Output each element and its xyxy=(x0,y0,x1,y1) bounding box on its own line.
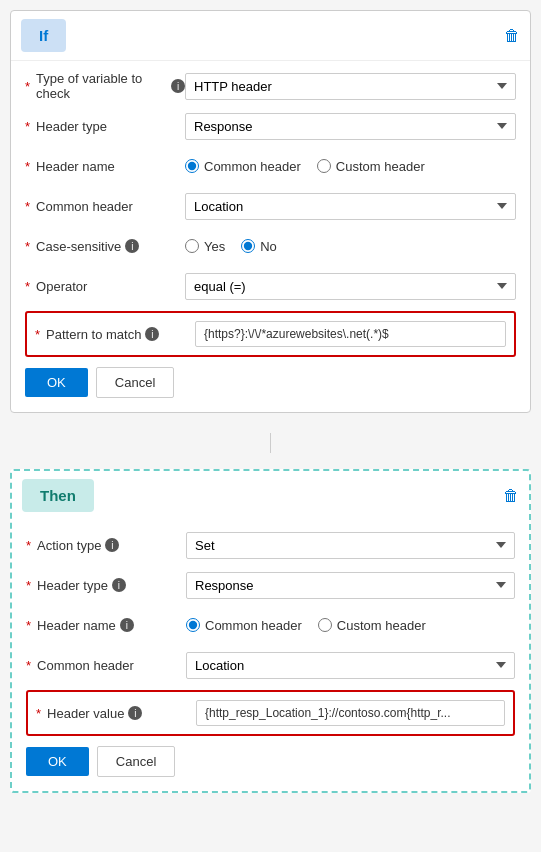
common-header-label-text: Common header xyxy=(36,199,133,214)
header-type-then-label-text: Header type xyxy=(37,578,108,593)
required-star-t1: * xyxy=(26,538,31,553)
header-type-label-text: Header type xyxy=(36,119,107,134)
action-type-control: Set Delete Append xyxy=(186,532,515,559)
case-sensitive-no-label[interactable]: No xyxy=(241,239,277,254)
common-header-control: Location Content-Type Cache-Control xyxy=(185,193,516,220)
if-ok-button[interactable]: OK xyxy=(25,368,88,397)
operator-control: equal (=) contains starts with ends with xyxy=(185,273,516,300)
case-sensitive-yes-radio[interactable] xyxy=(185,239,199,253)
then-btn-row: OK Cancel xyxy=(26,746,515,781)
common-header-radio[interactable] xyxy=(185,159,199,173)
case-sensitive-radio-group: Yes No xyxy=(185,239,516,254)
if-cancel-button[interactable]: Cancel xyxy=(96,367,174,398)
then-ok-button[interactable]: OK xyxy=(26,747,89,776)
operator-row: * Operator equal (=) contains starts wit… xyxy=(25,271,516,301)
header-value-row: * Header value i xyxy=(26,690,515,736)
common-header-radio-text: Common header xyxy=(204,159,301,174)
header-type-control: Response Request xyxy=(185,113,516,140)
header-name-row: * Header name Common header Custom heade… xyxy=(25,151,516,181)
header-type-then-control: Response Request xyxy=(186,572,515,599)
pattern-to-match-row: * Pattern to match i xyxy=(25,311,516,357)
header-type-then-info-icon: i xyxy=(112,578,126,592)
operator-label-text: Operator xyxy=(36,279,87,294)
header-value-input[interactable] xyxy=(196,700,505,726)
if-btn-row: OK Cancel xyxy=(25,367,516,402)
action-type-label-text: Action type xyxy=(37,538,101,553)
common-header-then-label-text: Common header xyxy=(37,658,134,673)
header-value-inner-row: * Header value i xyxy=(36,698,505,728)
required-star-t2: * xyxy=(26,578,31,593)
custom-header-radio-label[interactable]: Custom header xyxy=(317,159,425,174)
header-name-then-row: * Header name i Common header Custom hea… xyxy=(26,610,515,640)
case-sensitive-yes-text: Yes xyxy=(204,239,225,254)
header-name-label: * Header name xyxy=(25,159,185,174)
header-value-control xyxy=(196,700,505,726)
custom-header-then-radio-text: Custom header xyxy=(337,618,426,633)
then-delete-icon[interactable]: 🗑 xyxy=(503,487,519,505)
header-name-control: Common header Custom header xyxy=(185,159,516,174)
common-header-then-radio-label[interactable]: Common header xyxy=(186,618,302,633)
custom-header-radio[interactable] xyxy=(317,159,331,173)
required-star-7: * xyxy=(35,327,40,342)
header-name-label-text: Header name xyxy=(36,159,115,174)
if-card: If 🗑 * Type of variable to check i HTTP … xyxy=(10,10,531,413)
case-sensitive-label: * Case-sensitive i xyxy=(25,239,185,254)
common-header-then-radio-text: Common header xyxy=(205,618,302,633)
then-card: Then 🗑 * Action type i Set Delete Append xyxy=(10,469,531,793)
if-delete-icon[interactable]: 🗑 xyxy=(504,27,520,45)
if-card-header: If 🗑 xyxy=(11,11,530,61)
custom-header-then-radio-label[interactable]: Custom header xyxy=(318,618,426,633)
required-star-2: * xyxy=(25,119,30,134)
required-star-4: * xyxy=(25,199,30,214)
custom-header-radio-text: Custom header xyxy=(336,159,425,174)
type-of-variable-control: HTTP header Query string URL path xyxy=(185,73,516,100)
header-type-row: * Header type Response Request xyxy=(25,111,516,141)
common-header-radio-label[interactable]: Common header xyxy=(185,159,301,174)
required-star: * xyxy=(25,79,30,94)
header-value-info-icon: i xyxy=(128,706,142,720)
header-type-then-row: * Header type i Response Request xyxy=(26,570,515,600)
common-header-then-row: * Common header Location Content-Type Ca… xyxy=(26,650,515,680)
action-type-select[interactable]: Set Delete Append xyxy=(186,532,515,559)
type-of-variable-select[interactable]: HTTP header Query string URL path xyxy=(185,73,516,100)
required-star-5: * xyxy=(25,239,30,254)
required-star-t4: * xyxy=(26,658,31,673)
case-sensitive-label-text: Case-sensitive xyxy=(36,239,121,254)
if-card-body: * Type of variable to check i HTTP heade… xyxy=(11,61,530,412)
header-type-then-select[interactable]: Response Request xyxy=(186,572,515,599)
case-sensitive-control: Yes No xyxy=(185,239,516,254)
then-card-body: * Action type i Set Delete Append * Head… xyxy=(12,520,529,791)
type-of-variable-row: * Type of variable to check i HTTP heade… xyxy=(25,71,516,101)
case-sensitive-yes-label[interactable]: Yes xyxy=(185,239,225,254)
common-header-then-radio[interactable] xyxy=(186,618,200,632)
custom-header-then-radio[interactable] xyxy=(318,618,332,632)
header-name-then-control: Common header Custom header xyxy=(186,618,515,633)
then-badge: Then xyxy=(22,479,94,512)
common-header-then-select[interactable]: Location Content-Type Cache-Control xyxy=(186,652,515,679)
header-name-then-label-text: Header name xyxy=(37,618,116,633)
required-star-t3: * xyxy=(26,618,31,633)
pattern-control xyxy=(195,321,506,347)
type-of-variable-label: * Type of variable to check i xyxy=(25,71,185,101)
required-star-6: * xyxy=(25,279,30,294)
pattern-info-icon: i xyxy=(145,327,159,341)
action-type-info-icon: i xyxy=(105,538,119,552)
header-type-select[interactable]: Response Request xyxy=(185,113,516,140)
header-name-then-label: * Header name i xyxy=(26,618,186,633)
operator-select[interactable]: equal (=) contains starts with ends with xyxy=(185,273,516,300)
case-sensitive-no-text: No xyxy=(260,239,277,254)
pattern-inner-row: * Pattern to match i xyxy=(35,319,506,349)
header-type-then-label: * Header type i xyxy=(26,578,186,593)
case-sensitive-no-radio[interactable] xyxy=(241,239,255,253)
pattern-input[interactable] xyxy=(195,321,506,347)
then-card-header: Then 🗑 xyxy=(12,471,529,520)
header-name-then-radio-group: Common header Custom header xyxy=(186,618,515,633)
then-cancel-button[interactable]: Cancel xyxy=(97,746,175,777)
common-header-then-control: Location Content-Type Cache-Control xyxy=(186,652,515,679)
header-name-radio-group: Common header Custom header xyxy=(185,159,516,174)
common-header-select[interactable]: Location Content-Type Cache-Control xyxy=(185,193,516,220)
case-sensitive-row: * Case-sensitive i Yes No xyxy=(25,231,516,261)
if-badge: If xyxy=(21,19,66,52)
common-header-label: * Common header xyxy=(25,199,185,214)
action-type-row: * Action type i Set Delete Append xyxy=(26,530,515,560)
